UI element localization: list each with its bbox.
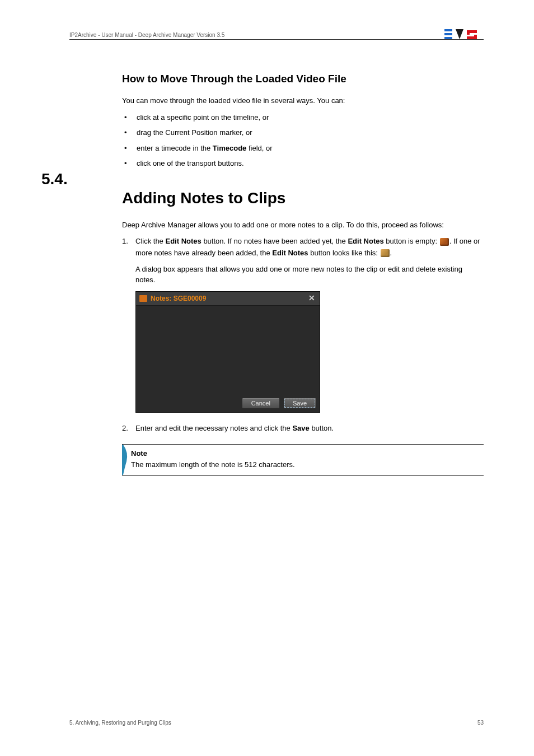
- note-label: Note: [131, 448, 295, 459]
- section-heading-move: How to Move Through the Loaded Video Fil…: [122, 73, 484, 85]
- bullet-icon: •: [124, 127, 137, 138]
- bullet-text: click one of the transport buttons.: [137, 158, 244, 169]
- svg-rect-2: [444, 37, 452, 39]
- save-button[interactable]: Save: [283, 398, 316, 409]
- svg-rect-0: [444, 29, 452, 31]
- dialog-title: Notes: SGE00009: [151, 295, 206, 302]
- notes-dialog: Notes: SGE00009 ✕ Cancel Save: [135, 291, 320, 413]
- bullet-text: drag the Current Position marker, or: [137, 127, 252, 138]
- step-number: 2.: [122, 423, 135, 435]
- dialog-description: A dialog box appears that allows you add…: [135, 264, 484, 286]
- evs-logo: [444, 27, 484, 44]
- section-title-adding-notes: Adding Notes to Clips: [122, 189, 484, 207]
- adding-notes-intro: Deep Archive Manager allows you to add o…: [122, 220, 484, 231]
- bullet-icon: •: [124, 112, 137, 123]
- step-number: 1.: [122, 236, 135, 259]
- section-number: 5.4.: [41, 170, 109, 188]
- close-icon[interactable]: ✕: [307, 294, 316, 303]
- doc-header: IP2Archive - User Manual - Deep Archive …: [69, 32, 224, 38]
- move-intro: You can move through the loaded video fi…: [122, 95, 484, 106]
- svg-rect-1: [444, 33, 452, 35]
- note-callout: Note The maximum length of the note is 5…: [122, 444, 484, 476]
- dialog-titlebar: Notes: SGE00009 ✕: [136, 292, 320, 306]
- footer-page: 53: [477, 720, 484, 726]
- step-text: Click the Edit Notes button. If no notes…: [135, 236, 484, 259]
- bullet-text: enter a timecode in the Timecode field, …: [137, 143, 273, 154]
- step-text: Enter and edit the necessary notes and c…: [135, 423, 334, 435]
- bullet-text: click at a specific point on the timelin…: [137, 112, 269, 123]
- edit-notes-empty-icon: [440, 238, 449, 246]
- bullet-icon: •: [124, 158, 137, 169]
- dialog-title-icon: [139, 295, 147, 302]
- edit-notes-full-icon: [381, 249, 390, 257]
- note-text: The maximum length of the note is 512 ch…: [131, 459, 295, 470]
- dialog-textarea[interactable]: [136, 306, 320, 394]
- footer-left: 5. Archiving, Restoring and Purging Clip…: [69, 720, 171, 726]
- bullet-icon: •: [124, 143, 137, 154]
- svg-marker-3: [456, 29, 463, 39]
- cancel-button[interactable]: Cancel: [242, 398, 280, 409]
